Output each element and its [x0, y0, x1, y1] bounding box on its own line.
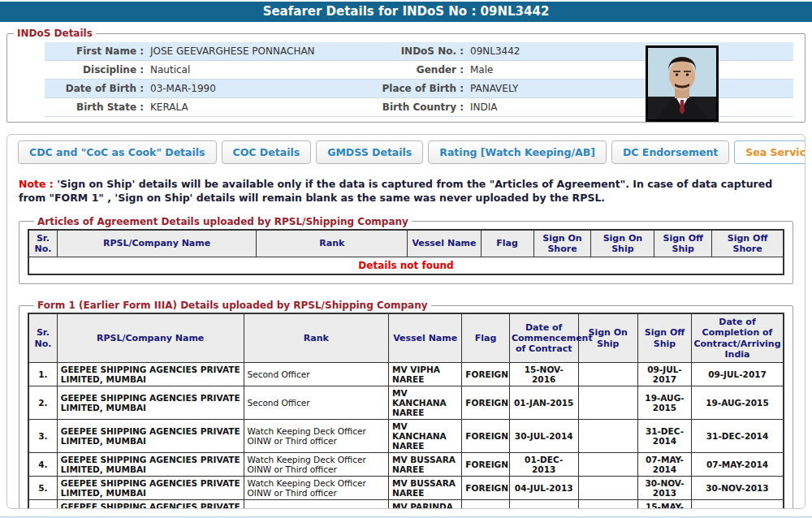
- vessel-cell: MV VIPHA NAREE: [389, 362, 462, 386]
- flag-cell: FOREIGN: [462, 362, 510, 386]
- articles-col-company: RPSL/Company Name: [57, 230, 257, 257]
- articles-header-row: Sr. No. RPSL/Company Name Rank Vessel Na…: [28, 230, 784, 257]
- sr-no-cell: 4.: [28, 452, 57, 476]
- dob-label: Date of Birth :: [45, 83, 144, 94]
- flag-cell: FOREIGN: [462, 419, 510, 452]
- articles-col-flag: Flag: [481, 230, 533, 257]
- sign-off-ship-cell: 31-DEC-2014: [637, 419, 691, 452]
- indos-no-value: 09NL3442: [464, 45, 642, 57]
- sr-no-cell: 2.: [28, 386, 57, 419]
- articles-empty-row: Details not found: [28, 257, 784, 275]
- articles-col-rank: Rank: [257, 230, 408, 257]
- sr-no-cell: 3.: [28, 419, 57, 452]
- articles-col-sign-off-ship: Sign Off Ship: [654, 230, 712, 257]
- sign-off-ship-cell: 15-MAY-2012: [637, 499, 691, 509]
- articles-col-sign-on-ship: Sign On Ship: [591, 230, 654, 257]
- completion-cell: 09-JUL-2017: [691, 362, 784, 386]
- articles-col-sr-no: Sr. No.: [28, 230, 57, 257]
- vessel-cell: MV KANCHANA NAREE: [389, 386, 462, 419]
- rank-cell: Watch Keeping Deck Officer OINW or Third…: [244, 452, 389, 476]
- gender-label: Gender :: [358, 64, 464, 76]
- sign-on-ship-cell: [578, 362, 637, 386]
- commencement-cell: 15-NOV-2016: [509, 362, 578, 386]
- form1-col-sign-off-ship: Sign Off Ship: [637, 313, 691, 362]
- company-cell: GEEPEE SHIPPING AGENCIES PRIVATE LIMITED…: [57, 452, 244, 476]
- seafarer-photo: [646, 45, 719, 122]
- commencement-cell: 04-JUL-2013: [509, 476, 578, 499]
- tab-bar: CDC and "CoC as Cook" Details COC Detail…: [7, 135, 805, 164]
- sea-service-panel: CDC and "CoC as Cook" Details COC Detail…: [6, 134, 806, 509]
- flag-cell: FOREIGN: [462, 476, 510, 499]
- form1-table: Sr. No. RPSL/Company Name Rank Vessel Na…: [28, 313, 784, 509]
- commencement-cell: 30-JUL-2014: [509, 419, 578, 452]
- form1-header-row: Sr. No. RPSL/Company Name Rank Vessel Na…: [28, 313, 784, 362]
- table-row: 6. GEEPEE SHIPPING AGENCIES PRIVATE LIMI…: [28, 499, 784, 509]
- table-row: 5. GEEPEE SHIPPING AGENCIES PRIVATE LIMI…: [28, 476, 784, 499]
- table-row: 2. GEEPEE SHIPPING AGENCIES PRIVATE LIMI…: [28, 386, 784, 419]
- tab-coc-details[interactable]: COC Details: [222, 140, 312, 164]
- rank-cell: Watch Keeping Deck Officer OINW or Third…: [244, 476, 389, 499]
- completion-cell: 15-MAY-2012: [691, 499, 784, 509]
- discipline-value: Nautical: [144, 64, 358, 76]
- birth-state-value: KERALA: [144, 101, 358, 113]
- form1-section: Form 1 (Earlier Form IIIA) Details uploa…: [19, 300, 793, 509]
- completion-cell: 30-NOV-2013: [691, 476, 784, 499]
- completion-cell: 31-DEC-2014: [691, 419, 784, 452]
- vessel-cell: MV PARINDA NAREE: [389, 499, 462, 509]
- sign-off-ship-cell: 07-MAY-2014: [637, 452, 691, 476]
- sign-on-ship-note: Note : 'Sign on Ship' details will be av…: [19, 178, 793, 205]
- table-row: 4. GEEPEE SHIPPING AGENCIES PRIVATE LIMI…: [28, 452, 784, 476]
- vessel-cell: MV BUSSARA NAREE: [389, 476, 462, 499]
- articles-col-vessel: Vessel Name: [408, 230, 481, 257]
- note-prefix: Note :: [19, 178, 54, 190]
- sign-on-ship-cell: [578, 386, 637, 419]
- form1-col-company: RPSL/Company Name: [57, 313, 244, 362]
- first-name-value: JOSE GEEVARGHESE PONNACHAN: [144, 45, 358, 57]
- tab-dc-endorsement[interactable]: DC Endorsement: [611, 140, 729, 164]
- form1-col-flag: Flag: [462, 313, 510, 362]
- commencement-cell: 14-SEP-2011: [509, 499, 578, 509]
- form1-col-completion: Date of Completion of Contract/Arriving …: [691, 313, 784, 362]
- gender-value: Male: [464, 64, 642, 76]
- flag-cell: FOREIGN: [462, 452, 510, 476]
- vessel-cell: MV BUSSARA NAREE: [389, 452, 462, 476]
- articles-table: Sr. No. RPSL/Company Name Rank Vessel Na…: [28, 229, 784, 275]
- birth-country-label: Birth Country :: [358, 101, 464, 113]
- birth-country-value: INDIA: [464, 101, 642, 113]
- completion-cell: 19-AUG-2015: [691, 386, 784, 419]
- company-cell: GEEPEE SHIPPING AGENCIES PRIVATE LIMITED…: [57, 499, 244, 509]
- rank-cell: Watch Keeping Deck Officer OINW or Third…: [244, 419, 389, 452]
- sr-no-cell: 1.: [28, 362, 57, 386]
- sign-off-ship-cell: 30-NOV-2013: [637, 476, 691, 499]
- table-row: 3. GEEPEE SHIPPING AGENCIES PRIVATE LIMI…: [28, 419, 784, 452]
- commencement-cell: 01-JAN-2015: [509, 386, 578, 419]
- indos-details-section: INDoS Details First Name : JOSE GEEVARGH…: [6, 28, 806, 123]
- sign-on-ship-cell: [578, 419, 637, 452]
- discipline-label: Discipline :: [45, 64, 144, 76]
- completion-cell: 07-MAY-2014: [691, 452, 784, 476]
- company-cell: GEEPEE SHIPPING AGENCIES PRIVATE LIMITED…: [57, 362, 244, 386]
- articles-col-sign-off-shore: Sign Off Shore: [712, 230, 784, 257]
- page-title: Seafarer Details for INDoS No : 09NL3442: [0, 2, 812, 22]
- tab-rating-watch-keeping[interactable]: Rating [Watch Keeping/AB]: [428, 140, 607, 164]
- sign-on-ship-cell: [578, 452, 637, 476]
- table-row: 1. GEEPEE SHIPPING AGENCIES PRIVATE LIMI…: [28, 362, 784, 386]
- tab-sea-service-details[interactable]: Sea Service Details: [734, 140, 806, 164]
- commencement-cell: 01-DEC-2013: [509, 452, 578, 476]
- tab-cdc-coc-as-cook[interactable]: CDC and "CoC as Cook" Details: [18, 140, 217, 164]
- flag-cell: FOREIGN: [462, 499, 510, 509]
- first-name-label: First Name :: [45, 45, 144, 57]
- tab-gmdss-details[interactable]: GMDSS Details: [316, 140, 423, 164]
- sign-on-ship-cell: [578, 499, 637, 509]
- birth-state-label: Birth State :: [45, 101, 144, 113]
- form1-col-sr-no: Sr. No.: [28, 313, 57, 362]
- form1-legend: Form 1 (Earlier Form IIIA) Details uploa…: [34, 300, 431, 311]
- note-body: 'Sign on Ship' details will be available…: [19, 178, 772, 204]
- sr-no-cell: 5.: [28, 476, 57, 499]
- rank-cell: Cadet(Nautical Science): [244, 499, 389, 509]
- place-of-birth-value: PANAVELY: [464, 83, 642, 94]
- form1-col-rank: Rank: [244, 313, 389, 362]
- company-cell: GEEPEE SHIPPING AGENCIES PRIVATE LIMITED…: [57, 476, 244, 499]
- details-not-found-message: Details not found: [28, 257, 784, 275]
- sign-off-ship-cell: 19-AUG-2015: [637, 386, 691, 419]
